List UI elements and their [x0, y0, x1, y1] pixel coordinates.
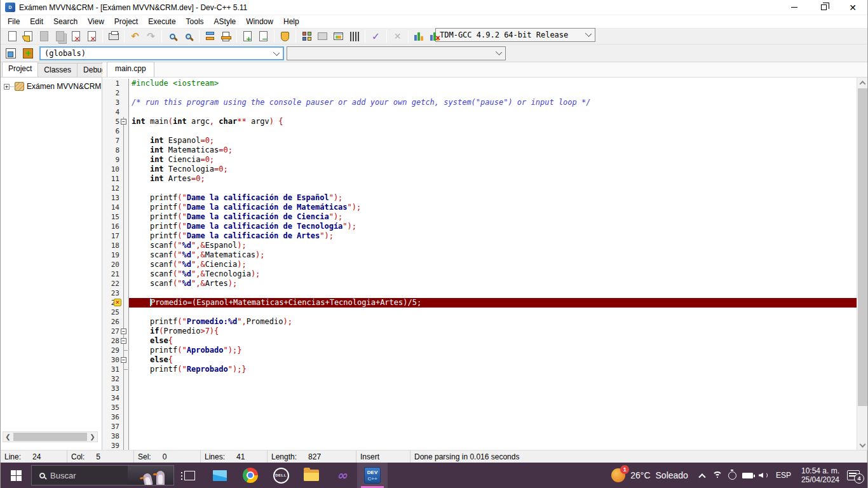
project-panel-hscrollbar[interactable]: ❮ ❯ — [3, 431, 98, 442]
taskbar-app-file-explorer[interactable] — [296, 463, 327, 488]
taskbar-search[interactable]: Buscar — [31, 465, 174, 485]
start-button[interactable] — [1, 463, 31, 488]
tab-main-cpp[interactable]: main.cpp — [107, 62, 154, 77]
menu-help[interactable]: Help — [278, 15, 304, 29]
menu-execute[interactable]: Execute — [143, 15, 180, 29]
new-file-icon — [8, 31, 17, 41]
code-line: 39 — [102, 441, 857, 450]
wifi-icon — [712, 471, 722, 479]
menu-tools[interactable]: Tools — [181, 15, 209, 29]
rebuild-all-button[interactable] — [346, 29, 362, 43]
delete-profiling-data-button[interactable]: ✕ — [427, 29, 443, 43]
scroll-left-icon[interactable]: ❮ — [3, 433, 13, 440]
redo-button[interactable]: ↷ — [143, 29, 159, 43]
battery-button[interactable] — [740, 463, 756, 488]
fold-collapse-icon[interactable]: − — [121, 338, 126, 344]
run-button[interactable] — [315, 29, 330, 43]
taskbar-app-task-view[interactable] — [174, 463, 205, 488]
restore-button[interactable] — [809, 0, 838, 15]
menu-project[interactable]: Project — [109, 15, 143, 29]
compile-button[interactable] — [299, 29, 315, 43]
notification-center-button[interactable]: 4 — [847, 470, 860, 480]
undo-button[interactable]: ↶ — [127, 29, 143, 43]
new-file-button[interactable] — [4, 29, 20, 43]
scroll-down-icon[interactable] — [857, 439, 867, 450]
save-file-button[interactable] — [36, 29, 52, 43]
code-line: 5−int main(int argc, char** argv) { — [102, 117, 857, 126]
compiler-select[interactable]: TDM-GCC 4.9.2 64-bit Release — [435, 28, 595, 42]
weather-temp: 26°C — [630, 470, 650, 480]
fold-collapse-icon[interactable]: − — [121, 357, 126, 363]
menu-astyle[interactable]: AStyle — [209, 15, 241, 29]
profile-analysis-button[interactable] — [411, 29, 427, 43]
taskbar-app-dell[interactable]: DELL — [266, 463, 296, 488]
project-tree-item[interactable]: Exámen MVVN&CRM — [27, 82, 101, 91]
code-line: 20 scanf("%d",&Ciencia); — [102, 260, 857, 269]
menu-search[interactable]: Search — [48, 15, 83, 29]
taskbar-app-mail[interactable] — [205, 463, 235, 488]
fold-collapse-icon[interactable]: − — [121, 119, 126, 125]
replace-button[interactable] — [202, 29, 218, 43]
goto-line-button[interactable] — [218, 29, 234, 43]
minimize-icon — [791, 7, 797, 8]
save-file-icon — [40, 31, 48, 41]
abort-compilation-button[interactable]: ✕ — [390, 29, 405, 43]
minimize-button[interactable] — [780, 0, 809, 15]
scroll-up-icon[interactable] — [857, 78, 867, 88]
globals-select[interactable]: (globals) — [39, 46, 284, 60]
error-marker-icon: ✕ — [114, 299, 121, 306]
code-line: 6 — [102, 126, 857, 136]
goto-declaration-button[interactable] — [4, 46, 18, 60]
close-file-button[interactable]: ✕ — [68, 29, 84, 43]
speaker-wave-icon — [764, 472, 768, 478]
wifi-button[interactable] — [710, 463, 725, 488]
syntax-check-button[interactable]: ✓ — [368, 29, 384, 43]
code-line: 27− if(Promedio>7){ — [102, 327, 857, 336]
menu-file[interactable]: File — [3, 15, 25, 29]
close-all-button[interactable]: ✕ — [84, 29, 100, 43]
scroll-right-icon[interactable]: ❯ — [88, 433, 97, 440]
close-button[interactable]: ✕ — [838, 0, 867, 15]
remove-from-project-icon: − — [259, 31, 268, 41]
code-line: 30− else{ — [102, 355, 857, 365]
meet-now-button[interactable] — [725, 463, 740, 488]
print-button[interactable] — [105, 29, 121, 43]
find-button[interactable] — [165, 29, 180, 43]
add-member-button[interactable]: + — [21, 46, 35, 60]
panel-tab-classes[interactable]: Classes — [37, 63, 78, 77]
toolbar-separator — [161, 30, 162, 43]
vscroll-thumb[interactable] — [858, 88, 867, 406]
menu-view[interactable]: View — [83, 15, 109, 29]
language-indicator[interactable]: ESP — [771, 471, 796, 480]
code-line: 2 — [102, 88, 857, 98]
save-all-button[interactable] — [52, 29, 68, 43]
toolbar-separator — [102, 30, 103, 43]
tray-overflow-button[interactable] — [695, 463, 710, 488]
volume-button[interactable] — [756, 463, 771, 488]
tree-expander-icon[interactable]: + — [4, 84, 10, 90]
taskbar-app-dev-cpp[interactable]: DEV C++ — [357, 463, 388, 488]
hscroll-thumb[interactable] — [13, 433, 87, 441]
task-view-icon — [184, 471, 195, 480]
weather-widget[interactable]: 1 26°C Soleado — [605, 468, 695, 482]
taskbar-app-visual-studio[interactable]: ∞ — [327, 463, 357, 488]
compile-and-run-button[interactable] — [330, 29, 346, 43]
open-file-button[interactable] — [20, 29, 36, 43]
members-select[interactable] — [287, 46, 506, 60]
code-area[interactable]: 1#include <iostream>23/* run this progra… — [102, 78, 857, 450]
menu-edit[interactable]: Edit — [25, 15, 48, 29]
editor-vscrollbar[interactable] — [857, 78, 867, 450]
tree-connector — [10, 86, 14, 87]
fold-collapse-icon[interactable]: − — [121, 329, 126, 334]
toolbar-separator — [365, 30, 365, 43]
panel-tab-project[interactable]: Project — [2, 62, 38, 77]
taskbar-clock[interactable]: 10:54 a. m. 25/04/2024 — [796, 466, 844, 484]
clock-time: 10:54 a. m. — [801, 466, 839, 475]
find-in-files-button[interactable] — [180, 29, 196, 43]
add-to-project-button[interactable]: + — [240, 29, 255, 43]
weather-badge: 1 — [620, 465, 629, 474]
project-properties-button[interactable] — [277, 29, 293, 43]
menu-window[interactable]: Window — [241, 15, 278, 29]
taskbar-app-chrome[interactable] — [235, 463, 266, 488]
remove-from-project-button[interactable]: − — [255, 29, 271, 43]
